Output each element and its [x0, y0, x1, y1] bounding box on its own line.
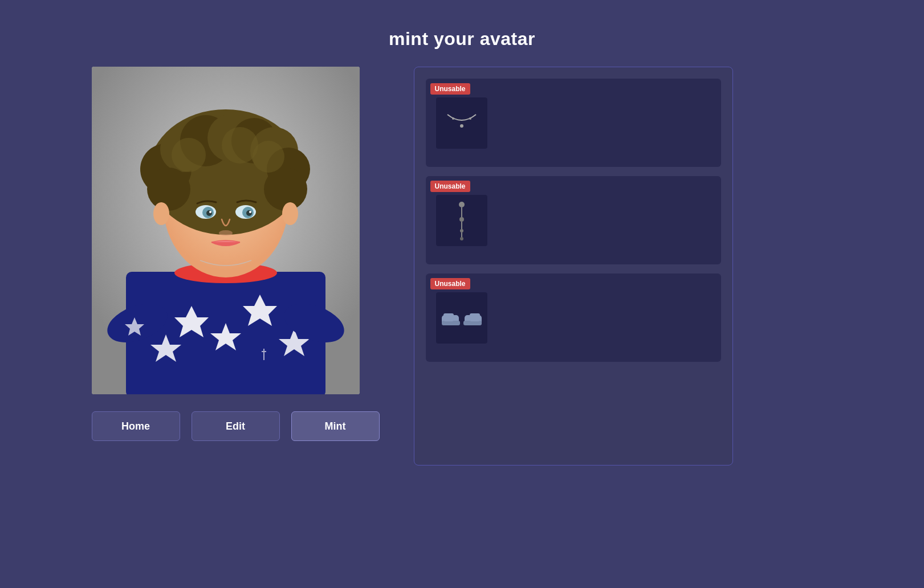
accessory-card-3: Unusable [426, 273, 721, 362]
main-content: Home Edit Mint Unusable Unusable [92, 67, 833, 466]
accessory-card-1: Unusable [426, 79, 721, 167]
svg-point-47 [460, 229, 463, 232]
svg-point-26 [253, 141, 284, 173]
avatar-image-container [92, 67, 360, 394]
mint-button[interactable]: Mint [291, 411, 380, 441]
necklace-icon [442, 106, 482, 140]
svg-point-42 [469, 117, 471, 120]
left-panel: Home Edit Mint [92, 67, 380, 441]
svg-point-41 [452, 117, 454, 120]
page-title: mint your avatar [389, 28, 535, 50]
svg-point-34 [249, 211, 251, 213]
svg-point-45 [459, 217, 464, 222]
unusable-badge-3: Unusable [430, 278, 470, 289]
earring-icon [442, 198, 482, 243]
svg-rect-54 [463, 321, 482, 325]
svg-point-40 [460, 124, 463, 128]
svg-point-33 [209, 211, 211, 213]
svg-point-32 [246, 210, 252, 216]
accessory-card-2: Unusable [426, 176, 721, 264]
svg-rect-52 [443, 313, 454, 321]
svg-point-24 [172, 138, 206, 172]
button-row: Home Edit Mint [92, 411, 380, 441]
accessory-thumbnail-3 [436, 292, 487, 344]
accessory-thumbnail-1 [436, 97, 487, 149]
svg-rect-51 [442, 321, 460, 325]
home-button[interactable]: Home [92, 411, 180, 441]
shoes-icon [439, 301, 485, 335]
svg-point-31 [206, 210, 212, 216]
right-panel: Unusable Unusable [414, 67, 733, 466]
unusable-badge-2: Unusable [430, 181, 470, 192]
svg-point-49 [460, 237, 463, 240]
svg-point-36 [153, 202, 169, 225]
svg-point-37 [282, 202, 298, 225]
avatar-svg [92, 67, 360, 394]
svg-point-22 [147, 168, 190, 211]
edit-button[interactable]: Edit [192, 411, 280, 441]
svg-rect-55 [470, 313, 480, 321]
accessory-thumbnail-2 [436, 195, 487, 246]
svg-point-43 [459, 202, 465, 207]
unusable-badge-1: Unusable [430, 83, 470, 95]
svg-point-35 [219, 230, 233, 236]
